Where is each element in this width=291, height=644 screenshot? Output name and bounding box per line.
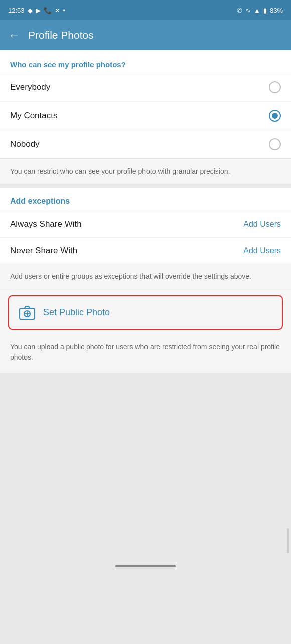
status-left: 12:53 ◆ ▶ 📞 ✕ • <box>8 7 65 14</box>
exceptions-info: Add users or entire groups as exceptions… <box>0 264 291 289</box>
bottom-area <box>0 373 291 573</box>
dot-icon: • <box>63 7 66 14</box>
back-button[interactable]: ← <box>8 29 20 41</box>
camera-plus-icon <box>18 303 36 321</box>
status-time: 12:53 <box>8 7 25 14</box>
set-public-photo-container: Set Public Photo <box>0 289 291 336</box>
radio-nobody[interactable]: Nobody <box>0 130 291 158</box>
exceptions-section: Add exceptions Always Share With Add Use… <box>0 188 291 289</box>
always-share-add-users-button[interactable]: Add Users <box>243 220 281 229</box>
back-icon: ← <box>8 28 20 42</box>
status-right: ✆ ∿ ▲ ▮ 83% <box>237 7 283 14</box>
public-photo-info: You can upload a public photo for users … <box>0 336 291 373</box>
always-share-label: Always Share With <box>10 219 82 229</box>
radio-my-contacts-label: My Contacts <box>10 111 57 121</box>
battery-percent: 83% <box>270 7 283 14</box>
phone-icon: 📞 <box>44 7 52 14</box>
never-share-item: Never Share With Add Users <box>0 237 291 264</box>
youtube-icon: ▶ <box>36 7 41 14</box>
set-public-photo-button[interactable]: Set Public Photo <box>8 295 283 330</box>
radio-my-contacts[interactable]: My Contacts <box>0 101 291 130</box>
content-area: Who can see my profile photos? Everybody… <box>0 50 291 573</box>
network-icon: ◆ <box>28 7 33 14</box>
radio-my-contacts-circle[interactable] <box>269 110 281 122</box>
battery-icon: ▮ <box>263 7 267 14</box>
never-share-add-users-button[interactable]: Add Users <box>243 246 281 255</box>
x-icon: ✕ <box>55 7 60 14</box>
exceptions-header: Add exceptions <box>0 188 291 211</box>
who-can-see-header: Who can see my profile photos? <box>0 50 291 73</box>
call-icon: ✆ <box>237 7 242 14</box>
who-can-see-info: You can restrict who can see your profil… <box>0 158 291 184</box>
radio-nobody-circle[interactable] <box>269 138 281 150</box>
always-share-item: Always Share With Add Users <box>0 211 291 237</box>
status-bar: 12:53 ◆ ▶ 📞 ✕ • ✆ ∿ ▲ ▮ 83% <box>0 0 291 20</box>
who-can-see-section: Who can see my profile photos? Everybody… <box>0 50 291 184</box>
app-bar: ← Profile Photos <box>0 20 291 50</box>
radio-everybody-label: Everybody <box>10 82 50 92</box>
divider-1 <box>0 184 291 188</box>
radio-nobody-label: Nobody <box>10 139 40 149</box>
signal-icon: ▲ <box>254 7 260 14</box>
set-public-photo-label: Set Public Photo <box>43 307 110 318</box>
radio-everybody[interactable]: Everybody <box>0 73 291 101</box>
home-indicator <box>115 565 176 567</box>
never-share-label: Never Share With <box>10 246 77 256</box>
wifi-icon: ∿ <box>245 7 251 14</box>
scrollbar <box>287 528 289 553</box>
radio-everybody-circle[interactable] <box>269 81 281 93</box>
page-title: Profile Photos <box>28 29 94 41</box>
